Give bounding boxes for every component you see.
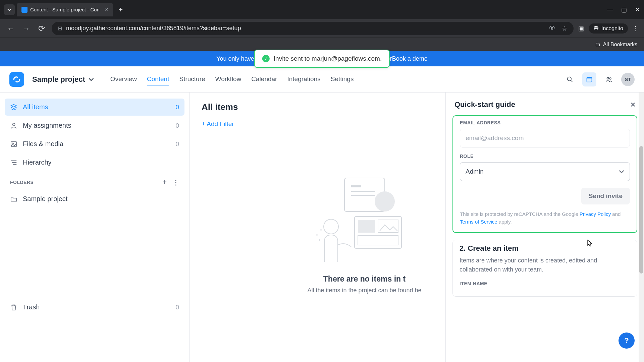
svg-rect-21	[378, 220, 398, 233]
side-panel-icon[interactable]: ▣	[578, 25, 584, 32]
toast-success: ✓ Invite sent to marjun@pageflows.com.	[254, 50, 390, 68]
folder-icon	[10, 195, 17, 203]
people-button[interactable]	[602, 72, 616, 86]
tab-close-icon[interactable]: ×	[105, 6, 109, 13]
sidebar-item-count: 0	[175, 122, 179, 129]
svg-point-10	[12, 143, 13, 144]
calendar-button[interactable]	[582, 72, 596, 86]
svg-point-18	[375, 191, 395, 212]
eye-off-icon[interactable]: 👁	[549, 24, 555, 33]
sidebar-item-trash[interactable]: Trash 0	[5, 299, 184, 316]
email-input[interactable]	[460, 129, 630, 147]
step-invite-card: EMAIL ADDRESS ROLE Admin Send invite Thi…	[452, 115, 637, 233]
empty-state: There are no items in t All the items in…	[271, 171, 446, 294]
help-icon: ?	[624, 336, 629, 345]
minimize-icon[interactable]: —	[607, 6, 613, 13]
book-demo-link[interactable]: Book a demo	[392, 55, 428, 62]
svg-point-7	[609, 77, 611, 79]
nav-structure[interactable]: Structure	[179, 73, 205, 85]
check-circle-icon: ✓	[262, 55, 270, 62]
star-icon[interactable]: ☆	[561, 24, 568, 33]
forward-button[interactable]: →	[21, 24, 32, 33]
logo-icon	[12, 75, 21, 84]
tab-search-dropdown[interactable]	[4, 4, 15, 15]
people-icon	[605, 76, 612, 83]
scrollbar-thumb[interactable]	[639, 146, 643, 274]
sidebar-item-label: My assignments	[23, 122, 71, 129]
privacy-policy-link[interactable]: Privacy Policy	[580, 211, 611, 217]
address-bar[interactable]: ⊟ moodjoy.gathercontent.com/content/3858…	[52, 22, 574, 35]
folder-menu-button[interactable]: ⋮	[172, 178, 179, 186]
svg-point-6	[607, 77, 609, 79]
recaptcha-notice: This site is protected by reCAPTCHA and …	[460, 210, 630, 226]
scrollbar-track[interactable]	[639, 93, 644, 362]
svg-rect-9	[11, 141, 17, 146]
trash-icon	[10, 304, 17, 311]
sidebar-item-hierarchy[interactable]: Hierarchy	[5, 154, 184, 171]
chevron-down-icon	[89, 77, 94, 82]
nav-workflow[interactable]: Workflow	[215, 73, 241, 85]
svg-line-1	[571, 80, 573, 82]
svg-point-23	[324, 219, 338, 234]
url-text: moodjoy.gathercontent.com/content/385819…	[66, 25, 241, 32]
send-invite-button[interactable]: Send invite	[581, 188, 630, 204]
new-tab-button[interactable]: +	[115, 5, 126, 14]
reload-button[interactable]: ⟳	[36, 24, 47, 33]
sidebar: All items 0 My assignments 0 Files & med…	[0, 93, 190, 362]
quick-start-title: Quick-start guide	[454, 100, 515, 109]
help-button[interactable]: ?	[619, 333, 635, 349]
calendar-icon	[586, 76, 593, 83]
role-selected-value: Admin	[466, 168, 484, 175]
incognito-badge[interactable]: 🕶 Incognito	[589, 23, 628, 34]
sidebar-item-my-assignments[interactable]: My assignments 0	[5, 117, 184, 134]
kebab-icon[interactable]: ⋮	[633, 25, 639, 32]
add-filter-button[interactable]: + Add Filter	[202, 120, 234, 127]
sidebar-item-label: Files & media	[23, 140, 63, 148]
nav-settings[interactable]: Settings	[331, 73, 354, 85]
role-select[interactable]: Admin	[460, 162, 630, 181]
nav-calendar[interactable]: Calendar	[251, 73, 277, 85]
quick-start-body[interactable]: EMAIL ADDRESS ROLE Admin Send invite Thi…	[446, 115, 644, 362]
site-info-icon[interactable]: ⊟	[58, 25, 62, 32]
folder-label: Sample project	[23, 195, 67, 203]
sidebar-item-all-items[interactable]: All items 0	[5, 99, 184, 116]
empty-title: There are no items in t	[271, 275, 446, 284]
app-header: Sample project Overview Content Structur…	[0, 66, 644, 93]
nav-overview[interactable]: Overview	[110, 73, 137, 85]
svg-point-26	[319, 239, 320, 241]
svg-rect-22	[358, 236, 398, 245]
chevron-down-icon	[7, 7, 12, 12]
trial-banner: You only have 1 or Book a demo ✓ Invite …	[0, 51, 644, 66]
sidebar-item-files-media[interactable]: Files & media 0	[5, 135, 184, 153]
search-button[interactable]	[563, 72, 577, 86]
hierarchy-icon	[10, 159, 17, 166]
browser-toolbar: ← → ⟳ ⊟ moodjoy.gathercontent.com/conten…	[0, 19, 644, 38]
svg-point-24	[320, 229, 322, 231]
project-switcher[interactable]: Sample project	[32, 66, 102, 92]
trash-count: 0	[175, 304, 179, 311]
svg-point-0	[568, 77, 572, 81]
terms-of-service-link[interactable]: Terms of Service	[460, 219, 497, 225]
nav-content[interactable]: Content	[147, 73, 169, 85]
add-folder-button[interactable]: +	[163, 178, 167, 186]
step-create-item-card: 2. Create an item Items are where your c…	[452, 240, 637, 297]
folder-icon: 🗀	[595, 42, 600, 48]
folders-label: FOLDERS	[10, 180, 34, 185]
incognito-icon: 🕶	[593, 25, 599, 32]
back-button[interactable]: ←	[5, 24, 16, 33]
close-icon[interactable]: ×	[631, 100, 635, 109]
project-name: Sample project	[32, 75, 85, 84]
chevron-down-icon	[619, 169, 624, 174]
nav-integrations[interactable]: Integrations	[287, 73, 320, 85]
gathercontent-logo[interactable]	[9, 72, 24, 87]
sidebar-folder-item[interactable]: Sample project	[5, 190, 184, 207]
browser-tab[interactable]: Content - Sample project - Con ×	[17, 3, 113, 16]
maximize-icon[interactable]: ▢	[621, 6, 627, 13]
all-bookmarks-link[interactable]: All Bookmarks	[603, 42, 637, 48]
close-window-icon[interactable]: ✕	[635, 6, 640, 13]
sidebar-item-label: Hierarchy	[23, 159, 52, 166]
main-nav: Overview Content Structure Workflow Cale…	[110, 73, 354, 85]
sidebar-item-count: 0	[175, 104, 179, 111]
incognito-label: Incognito	[601, 25, 623, 32]
user-avatar[interactable]: ST	[621, 73, 635, 86]
